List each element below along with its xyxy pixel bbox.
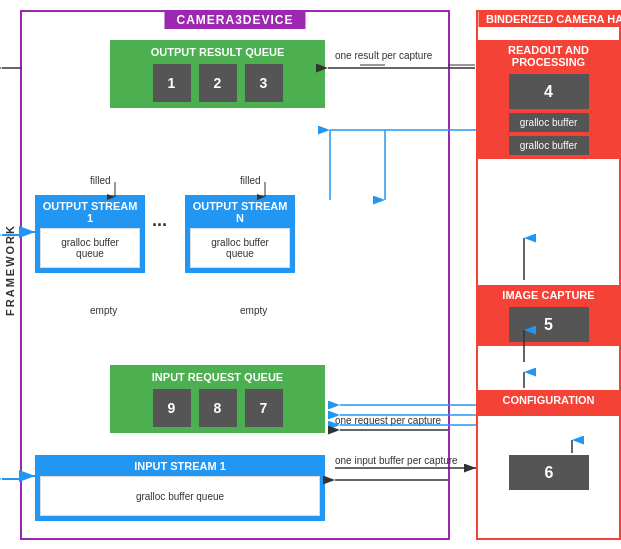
output-result-items: 1 2 3 xyxy=(116,64,319,102)
output-stream-n: OUTPUT STREAM N gralloc buffer queue xyxy=(185,195,295,273)
output-stream-n-content: gralloc buffer queue xyxy=(190,228,290,268)
output-stream-1-label: OUTPUT STREAM 1 xyxy=(40,200,140,224)
buffer-num-4: 4 xyxy=(509,74,589,109)
image-capture-box: IMAGE CAPTURE 5 xyxy=(478,285,619,346)
stream-dots: ... xyxy=(152,210,167,231)
input-request-queue-label: INPUT REQUEST QUEUE xyxy=(116,371,319,383)
input-stream-1: INPUT STREAM 1 gralloc buffer queue xyxy=(35,455,325,521)
queue-item-1: 1 xyxy=(153,64,191,102)
output-result-queue: OUTPUT RESULT QUEUE 1 2 3 xyxy=(110,40,325,108)
input-request-items: 9 8 7 xyxy=(116,389,319,427)
readout-processing-box: READOUT AND PROCESSING 4 gralloc buffer … xyxy=(478,40,619,159)
output-stream-n-label: OUTPUT STREAM N xyxy=(190,200,290,224)
queue-item-9: 9 xyxy=(153,389,191,427)
gralloc-buffer-2: gralloc buffer xyxy=(509,136,589,155)
input-request-queue: INPUT REQUEST QUEUE 9 8 7 xyxy=(110,365,325,433)
empty-label-1: empty xyxy=(90,305,117,316)
input-stream-1-content: gralloc buffer queue xyxy=(40,476,320,516)
gralloc-buffer-1: gralloc buffer xyxy=(509,113,589,132)
one-request-label: one request per capture xyxy=(335,415,441,426)
queue-item-8: 8 xyxy=(199,389,237,427)
image-capture-label: IMAGE CAPTURE xyxy=(482,289,615,301)
num6-box: 6 xyxy=(509,455,589,490)
one-result-label: one result per capture xyxy=(335,50,432,61)
output-stream-n-box: OUTPUT STREAM N gralloc buffer queue xyxy=(185,195,295,273)
queue-item-2: 2 xyxy=(199,64,237,102)
framework-text: FRAMEWORK xyxy=(4,224,16,316)
diagram-container: FRAMEWORK CAMERA3DEVICE BINDERIZED CAMER… xyxy=(0,0,621,549)
configuration-label: CONFIGURATION xyxy=(482,394,615,406)
binderized-label: BINDERIZED CAMERA HAL xyxy=(478,11,619,27)
image-capture-num: 5 xyxy=(509,307,589,342)
input-stream-1-box: INPUT STREAM 1 gralloc buffer queue xyxy=(35,455,325,521)
readout-processing-label: READOUT AND PROCESSING xyxy=(482,44,615,68)
configuration-box: CONFIGURATION xyxy=(478,390,619,416)
output-stream-1-content: gralloc buffer queue xyxy=(40,228,140,268)
framework-label: FRAMEWORK xyxy=(0,80,20,460)
camera3device-label: CAMERA3DEVICE xyxy=(164,11,305,29)
filled-label-2: filled xyxy=(240,175,261,186)
input-stream-1-label: INPUT STREAM 1 xyxy=(40,460,320,472)
one-input-label: one input buffer per capture xyxy=(335,455,458,466)
output-stream-1: OUTPUT STREAM 1 gralloc buffer queue xyxy=(35,195,145,273)
output-result-queue-label: OUTPUT RESULT QUEUE xyxy=(116,46,319,58)
filled-label-1: filled xyxy=(90,175,111,186)
queue-item-3: 3 xyxy=(245,64,283,102)
gralloc-buffers: 4 gralloc buffer gralloc buffer xyxy=(482,74,615,155)
output-stream-1-box: OUTPUT STREAM 1 gralloc buffer queue xyxy=(35,195,145,273)
empty-label-2: empty xyxy=(240,305,267,316)
queue-item-7: 7 xyxy=(245,389,283,427)
